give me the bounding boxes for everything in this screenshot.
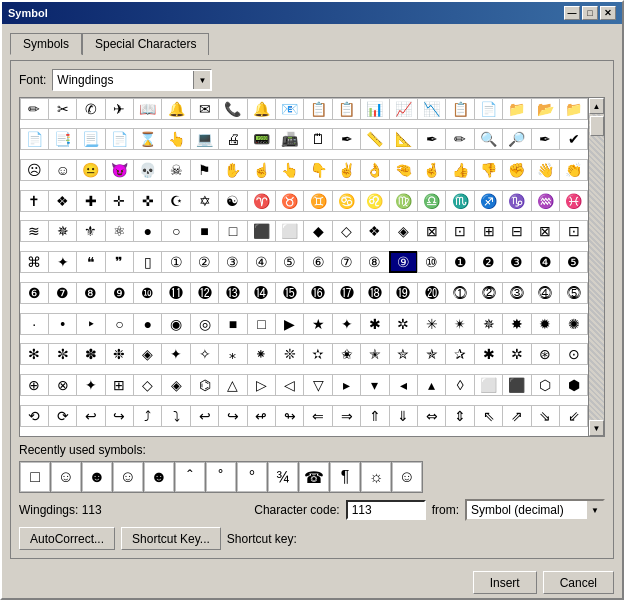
symbol-cell[interactable]: ② [190, 251, 219, 273]
symbol-cell[interactable]: 📈 [389, 98, 418, 120]
symbol-cell[interactable]: ↩ [76, 405, 105, 427]
symbol-cell[interactable]: □ [218, 220, 247, 242]
char-code-input[interactable] [346, 500, 426, 520]
symbol-cell[interactable]: ■ [190, 220, 219, 242]
symbol-cell[interactable]: 👆 [161, 128, 190, 150]
symbol-cell[interactable]: ⊗ [48, 374, 77, 396]
symbol-cell[interactable]: ★ [303, 313, 332, 335]
symbol-cell[interactable]: 📄 [105, 128, 134, 150]
symbol-cell[interactable]: ↪ [218, 405, 247, 427]
symbol-cell[interactable]: ♊ [303, 190, 332, 212]
symbol-cell[interactable]: ✏ [445, 128, 474, 150]
symbol-cell[interactable]: ▶ [275, 313, 304, 335]
symbol-cell[interactable]: 🔔 [161, 98, 190, 120]
shortcut-key-button[interactable]: Shortcut Key... [121, 527, 221, 550]
symbol-cell[interactable]: ⑧ [360, 251, 389, 273]
symbol-cell[interactable]: ⑥ [303, 251, 332, 273]
symbol-cell[interactable]: ⊕ [20, 374, 49, 396]
symbol-cell[interactable]: ✲ [389, 313, 418, 335]
symbol-cell[interactable]: ▯ [133, 251, 162, 273]
recent-symbol-cell[interactable]: □ [20, 462, 50, 492]
symbol-cell[interactable]: ✋ [218, 159, 247, 181]
symbol-cell[interactable]: 👌 [360, 159, 389, 181]
symbol-cell[interactable]: ⬢ [559, 374, 588, 396]
font-select[interactable]: Wingdings Symbol Webdings Arial Times Ne… [52, 69, 212, 91]
symbol-cell[interactable]: ✽ [76, 343, 105, 365]
symbol-cell[interactable]: 😐 [76, 159, 105, 181]
recent-symbol-cell[interactable]: ☻ [82, 462, 112, 492]
recent-symbol-cell[interactable]: ¶ [330, 462, 360, 492]
symbol-cell[interactable]: ♈ [247, 190, 276, 212]
symbol-cell[interactable]: ◆ [303, 220, 332, 242]
symbol-cell[interactable]: ⊡ [559, 220, 588, 242]
symbol-cell[interactable]: ✮ [389, 343, 418, 365]
symbol-cell[interactable]: 📖 [133, 98, 162, 120]
symbol-cell[interactable]: ⊟ [502, 220, 531, 242]
symbol-cell[interactable]: 💀 [133, 159, 162, 181]
symbol-cell[interactable]: ♉ [275, 190, 304, 212]
symbol-cell[interactable]: ♏ [445, 190, 474, 212]
symbol-cell[interactable]: 📂 [531, 98, 560, 120]
symbol-cell[interactable]: ⁎ [218, 343, 247, 365]
symbol-cell[interactable]: ⊙ [559, 343, 588, 365]
symbol-cell[interactable]: ☹ [20, 159, 49, 181]
symbol-cell[interactable]: ✴ [445, 313, 474, 335]
symbol-cell[interactable]: 📄 [20, 128, 49, 150]
symbol-cell[interactable]: ◈ [161, 374, 190, 396]
symbol-cell[interactable]: ⑦ [332, 251, 361, 273]
symbol-cell[interactable]: ♓ [559, 190, 588, 212]
symbol-cell[interactable]: ❞ [105, 251, 134, 273]
symbol-cell[interactable]: ♍ [389, 190, 418, 212]
symbol-cell[interactable]: ◈ [133, 343, 162, 365]
symbol-cell[interactable]: ✫ [303, 343, 332, 365]
symbol-cell[interactable]: 👏 [559, 159, 588, 181]
symbol-cell[interactable]: ✳ [417, 313, 446, 335]
symbol-cell[interactable]: 🔔 [247, 98, 276, 120]
symbol-cell[interactable]: ✻ [20, 343, 49, 365]
symbol-cell[interactable]: ✦ [48, 251, 77, 273]
symbol-cell[interactable]: 📊 [360, 98, 389, 120]
close-button[interactable]: ✕ [600, 6, 616, 20]
symbol-cell[interactable]: ❖ [48, 190, 77, 212]
symbol-cell[interactable]: 📠 [275, 128, 304, 150]
symbol-cell[interactable]: ✏ [20, 98, 49, 120]
from-select[interactable]: Symbol (decimal) Symbol (hex) Unicode (d… [465, 499, 605, 521]
symbol-cell[interactable]: ① [161, 251, 190, 273]
recent-symbol-cell[interactable]: ¾ [268, 462, 298, 492]
symbol-cell[interactable]: ⓳ [389, 282, 418, 304]
tab-special-characters[interactable]: Special Characters [82, 33, 209, 55]
symbol-cell[interactable]: ⓯ [275, 282, 304, 304]
symbol-cell[interactable]: ◎ [190, 313, 219, 335]
symbol-cell[interactable]: ○ [161, 220, 190, 242]
symbol-cell[interactable]: ⬡ [531, 374, 560, 396]
recent-symbol-cell[interactable]: ˚ [206, 462, 236, 492]
symbol-cell[interactable]: ✰ [445, 343, 474, 365]
symbol-cell[interactable]: ⊡ [445, 220, 474, 242]
symbol-cell[interactable]: ⓮ [247, 282, 276, 304]
symbol-cell[interactable]: ☺ [48, 159, 77, 181]
symbol-cell[interactable]: ⇓ [389, 405, 418, 427]
symbol-cell[interactable]: ✚ [76, 190, 105, 212]
symbol-cell[interactable]: ◂ [389, 374, 418, 396]
recent-symbol-cell[interactable]: ☼ [361, 462, 391, 492]
autocorrect-button[interactable]: AutoCorrect... [19, 527, 115, 550]
symbol-cell[interactable]: ✵ [474, 313, 503, 335]
symbol-cell[interactable]: ⌘ [20, 251, 49, 273]
symbol-cell[interactable]: ✹ [531, 313, 560, 335]
symbol-cell[interactable]: ✱ [474, 343, 503, 365]
symbol-cell[interactable]: ✊ [502, 159, 531, 181]
symbol-cell[interactable]: ⇘ [531, 405, 560, 427]
symbol-cell[interactable]: ⊞ [474, 220, 503, 242]
symbol-cell[interactable]: 🖨 [218, 128, 247, 150]
symbol-cell[interactable]: ⓭ [218, 282, 247, 304]
symbol-cell[interactable]: ▴ [417, 374, 446, 396]
symbol-cell[interactable]: 📃 [76, 128, 105, 150]
symbol-cell[interactable]: ⓴ [417, 282, 446, 304]
symbol-cell[interactable]: ❾ [105, 282, 134, 304]
symbol-cell[interactable]: ⊞ [105, 374, 134, 396]
symbol-cell[interactable]: ⇙ [559, 405, 588, 427]
symbol-cell[interactable]: • [48, 313, 77, 335]
symbol-cell[interactable]: ▽ [303, 374, 332, 396]
symbol-cell[interactable]: 🤏 [389, 159, 418, 181]
symbol-cell[interactable]: ⓰ [303, 282, 332, 304]
